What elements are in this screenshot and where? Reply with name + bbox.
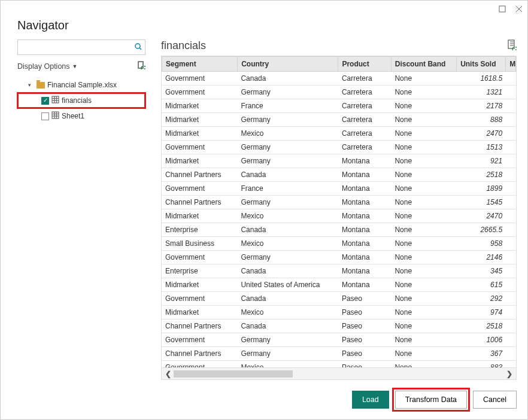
preview-refresh-icon[interactable] xyxy=(507,39,517,52)
table-row[interactable]: Small BusinessMexicoMontanaNone958 xyxy=(162,237,516,251)
cell-segment: Channel Partners xyxy=(162,319,237,333)
cell-more xyxy=(506,306,516,319)
column-header[interactable]: Segment xyxy=(162,57,238,72)
cell-product: Paseo xyxy=(338,361,391,368)
cell-more xyxy=(506,237,516,251)
cell-country: Mexico xyxy=(237,306,338,319)
table-row[interactable]: MidmarketMexicoCarreteraNone2470 xyxy=(162,127,516,141)
scroll-left-icon[interactable]: ❮ xyxy=(165,370,171,378)
cell-segment: Government xyxy=(162,141,237,154)
table-row[interactable]: MidmarketUnited States of AmericaMontana… xyxy=(162,278,516,292)
svg-rect-0 xyxy=(499,6,505,12)
cell-units: 1513 xyxy=(457,141,506,154)
table-row[interactable]: GovernmentMexicoPaseoNone883 xyxy=(162,361,516,368)
scroll-right-icon[interactable]: ❯ xyxy=(506,370,512,378)
cell-units: 1899 xyxy=(457,182,506,196)
table-row[interactable]: GovernmentGermanyMontanaNone2146 xyxy=(162,251,516,264)
table-icon xyxy=(51,111,59,121)
cell-product: Carretera xyxy=(338,113,391,127)
cell-product: Montana xyxy=(338,237,391,251)
table-row[interactable]: Channel PartnersCanadaMontanaNone2518 xyxy=(162,168,516,182)
tree-item[interactable]: ✓financials xyxy=(17,93,145,108)
cell-discount: None xyxy=(391,113,457,127)
cell-discount: None xyxy=(391,86,457,99)
cell-units: 958 xyxy=(457,237,506,251)
svg-point-3 xyxy=(135,44,140,48)
tree-item-label: financials xyxy=(62,96,92,105)
table-row[interactable]: GovernmentGermanyCarreteraNone1321 xyxy=(162,86,516,99)
preview-title: financials xyxy=(161,39,206,52)
table-scroll[interactable]: GovernmentCanadaCarreteraNone1618.5Gover… xyxy=(162,72,516,367)
table-row[interactable]: GovernmentGermanyPaseoNone1006 xyxy=(162,333,516,347)
cancel-button[interactable]: Cancel xyxy=(473,391,517,409)
maximize-icon[interactable] xyxy=(499,5,506,13)
cell-units: 2665.5 xyxy=(457,223,506,237)
cell-product: Paseo xyxy=(338,292,391,306)
table-row[interactable]: MidmarketGermanyCarreteraNone888 xyxy=(162,113,516,127)
table-row[interactable]: MidmarketFranceCarreteraNone2178 xyxy=(162,99,516,113)
cell-more xyxy=(506,196,516,209)
cell-country: Mexico xyxy=(237,361,338,368)
cell-product: Montana xyxy=(338,182,391,196)
table-row[interactable]: EnterpriseCanadaMontanaNone2665.5 xyxy=(162,223,516,237)
dialog-footer: Load Transform Data Cancel xyxy=(1,380,527,419)
tree-item[interactable]: Sheet1 xyxy=(17,108,145,124)
cell-country: Canada xyxy=(237,292,338,306)
table-row[interactable]: GovernmentCanadaPaseoNone292 xyxy=(162,292,516,306)
column-header[interactable]: Discount Band xyxy=(391,57,456,72)
cell-country: Canada xyxy=(237,319,338,333)
cell-product: Carretera xyxy=(338,141,391,154)
table-row[interactable]: Channel PartnersGermanyMontanaNone1545 xyxy=(162,196,516,209)
horizontal-scrollbar[interactable]: ❮ ❯ xyxy=(162,367,516,379)
column-header[interactable]: Country xyxy=(238,57,338,72)
table-row[interactable]: MidmarketMexicoPaseoNone974 xyxy=(162,306,516,319)
cell-country: Canada xyxy=(237,168,338,182)
table-row[interactable]: GovernmentGermanyCarreteraNone1513 xyxy=(162,141,516,154)
column-header[interactable]: Product xyxy=(338,57,391,72)
table-row[interactable]: MidmarketGermanyMontanaNone921 xyxy=(162,154,516,168)
table-row[interactable]: Channel PartnersGermanyPaseoNone367 xyxy=(162,347,516,361)
dialog-title: Navigator xyxy=(1,17,527,39)
cell-product: Paseo xyxy=(338,306,391,319)
cell-more xyxy=(506,333,516,347)
table-icon xyxy=(51,96,59,105)
expander-icon[interactable]: ▾ xyxy=(28,82,34,88)
scroll-thumb[interactable] xyxy=(174,370,293,378)
load-button[interactable]: Load xyxy=(352,391,389,409)
close-icon[interactable] xyxy=(515,5,523,13)
cell-country: Mexico xyxy=(237,209,338,223)
column-header[interactable]: Units Sold xyxy=(457,57,506,72)
cell-units: 1006 xyxy=(457,333,506,347)
checkbox[interactable] xyxy=(41,112,49,120)
refresh-icon[interactable] xyxy=(137,61,145,71)
cell-discount: None xyxy=(391,223,457,237)
cell-discount: None xyxy=(391,347,457,361)
cell-discount: None xyxy=(391,141,457,154)
cell-more xyxy=(506,168,516,182)
table-row[interactable]: GovernmentCanadaCarreteraNone1618.5 xyxy=(162,72,516,86)
cell-more xyxy=(506,292,516,306)
cell-country: Canada xyxy=(237,72,338,86)
tree-file-node[interactable]: ▾ Financial Sample.xlsx xyxy=(17,77,145,93)
cell-segment: Enterprise xyxy=(162,264,237,278)
cell-units: 2518 xyxy=(457,319,506,333)
preview-table: SegmentCountryProductDiscount BandUnits … xyxy=(161,56,517,380)
display-options-dropdown[interactable]: Display Options ▼ xyxy=(17,62,77,71)
table-row[interactable]: GovernmentFranceMontanaNone1899 xyxy=(162,182,516,196)
cell-discount: None xyxy=(391,264,457,278)
scroll-track[interactable] xyxy=(174,370,504,378)
search-box[interactable] xyxy=(17,39,145,55)
search-input[interactable] xyxy=(18,43,132,51)
search-icon[interactable] xyxy=(132,42,145,53)
cell-units: 2178 xyxy=(457,99,506,113)
column-header[interactable]: M xyxy=(506,57,516,72)
checkbox[interactable]: ✓ xyxy=(41,97,49,105)
cell-segment: Midmarket xyxy=(162,209,237,223)
transform-data-button[interactable]: Transform Data xyxy=(395,391,467,409)
tree-item-label: Sheet1 xyxy=(62,112,84,120)
table-row[interactable]: MidmarketMexicoMontanaNone2470 xyxy=(162,209,516,223)
table-row[interactable]: Channel PartnersCanadaPaseoNone2518 xyxy=(162,319,516,333)
table-row[interactable]: EnterpriseCanadaMontanaNone345 xyxy=(162,264,516,278)
cell-more xyxy=(506,154,516,168)
cell-units: 2470 xyxy=(457,209,506,223)
